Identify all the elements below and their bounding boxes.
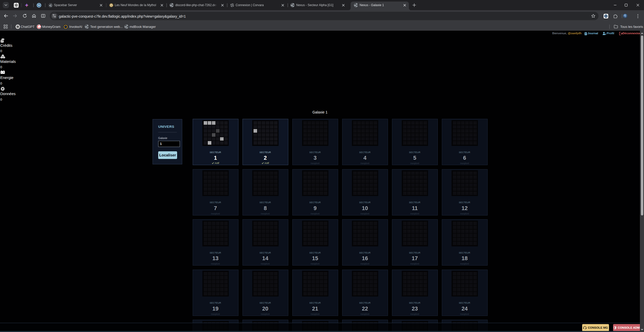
svg-text:W: W — [38, 4, 40, 7]
